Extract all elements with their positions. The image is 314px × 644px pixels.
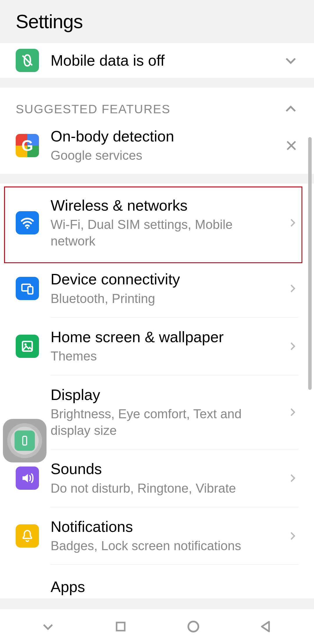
item-title: Display bbox=[51, 386, 275, 404]
item-subtitle: Themes bbox=[51, 348, 275, 364]
item-title: Home screen & wallpaper bbox=[51, 328, 275, 346]
floating-assistive-button[interactable] bbox=[3, 419, 47, 462]
svg-rect-9 bbox=[117, 623, 125, 631]
google-icon: G bbox=[16, 134, 39, 157]
scrollbar[interactable] bbox=[308, 137, 312, 390]
item-home-wallpaper[interactable]: Home screen & wallpaper Themes bbox=[0, 317, 314, 375]
header: Settings bbox=[0, 0, 314, 43]
suggested-header[interactable]: SUGGESTED FEATURES bbox=[0, 88, 314, 122]
chevron-right-icon bbox=[287, 530, 298, 542]
nav-back-icon[interactable] bbox=[257, 618, 275, 635]
chevron-down-icon[interactable] bbox=[283, 53, 298, 68]
device-connectivity-icon bbox=[16, 277, 39, 300]
item-subtitle: Badges, Lock screen notifications bbox=[51, 537, 275, 554]
item-title: Device connectivity bbox=[51, 270, 275, 288]
suggested-item-subtitle: Google services bbox=[51, 147, 273, 164]
svg-point-7 bbox=[24, 343, 27, 346]
phone-icon bbox=[15, 430, 35, 451]
svg-rect-8 bbox=[23, 436, 26, 445]
nav-home-icon[interactable] bbox=[185, 618, 202, 635]
item-title: Wireless & networks bbox=[51, 196, 275, 214]
chevron-right-icon bbox=[287, 406, 298, 418]
wifi-icon bbox=[16, 211, 39, 234]
mobile-data-status-row[interactable]: Mobile data is off bbox=[0, 43, 314, 78]
chevron-right-icon bbox=[287, 472, 298, 484]
suggested-item-title: On-body detection bbox=[51, 127, 273, 145]
suggested-heading: SUGGESTED FEATURES bbox=[16, 102, 283, 116]
wallpaper-icon bbox=[16, 335, 39, 358]
navigation-bar bbox=[0, 609, 314, 644]
item-title: Apps bbox=[51, 578, 298, 596]
item-device-connectivity[interactable]: Device connectivity Bluetooth, Printing bbox=[0, 260, 314, 317]
nav-keyboard-toggle-icon[interactable] bbox=[39, 618, 57, 635]
item-subtitle: Wi-Fi, Dual SIM settings, Mobile network bbox=[51, 216, 275, 249]
sound-icon bbox=[16, 467, 39, 490]
item-subtitle: Do not disturb, Ringtone, Vibrate bbox=[51, 480, 275, 496]
item-display[interactable]: Display Brightness, Eye comfort, Text an… bbox=[0, 375, 314, 449]
chevron-up-icon[interactable] bbox=[283, 102, 298, 117]
item-title: Notifications bbox=[51, 518, 275, 536]
svg-point-10 bbox=[188, 622, 199, 632]
chevron-right-icon bbox=[287, 340, 298, 352]
chevron-right-icon bbox=[287, 283, 298, 294]
close-icon[interactable] bbox=[284, 139, 298, 153]
nav-recents-icon[interactable] bbox=[112, 618, 129, 635]
item-subtitle: Brightness, Eye comfort, Text and displa… bbox=[51, 406, 275, 439]
apps-icon bbox=[16, 575, 39, 598]
suggested-section: SUGGESTED FEATURES G On-body detection G… bbox=[0, 88, 314, 174]
item-notifications[interactable]: Notifications Badges, Lock screen notifi… bbox=[0, 507, 314, 565]
mobile-data-off-icon bbox=[16, 49, 39, 72]
svg-rect-5 bbox=[28, 287, 33, 294]
page-title: Settings bbox=[16, 10, 298, 33]
item-title: Sounds bbox=[51, 460, 275, 478]
item-wireless-networks[interactable]: Wireless & networks Wi-Fi, Dual SIM sett… bbox=[0, 184, 314, 260]
suggested-item-onbody[interactable]: G On-body detection Google services bbox=[0, 122, 314, 174]
item-sounds[interactable]: Sounds Do not disturb, Ringtone, Vibrate bbox=[0, 449, 314, 507]
bell-icon bbox=[16, 524, 39, 548]
chevron-right-icon bbox=[287, 217, 298, 229]
item-apps[interactable]: Apps bbox=[0, 565, 314, 598]
svg-point-3 bbox=[26, 227, 28, 229]
svg-marker-11 bbox=[262, 622, 269, 631]
settings-list: Wireless & networks Wi-Fi, Dual SIM sett… bbox=[0, 184, 314, 599]
mobile-data-status-text: Mobile data is off bbox=[51, 52, 272, 69]
item-subtitle: Bluetooth, Printing bbox=[51, 290, 275, 307]
